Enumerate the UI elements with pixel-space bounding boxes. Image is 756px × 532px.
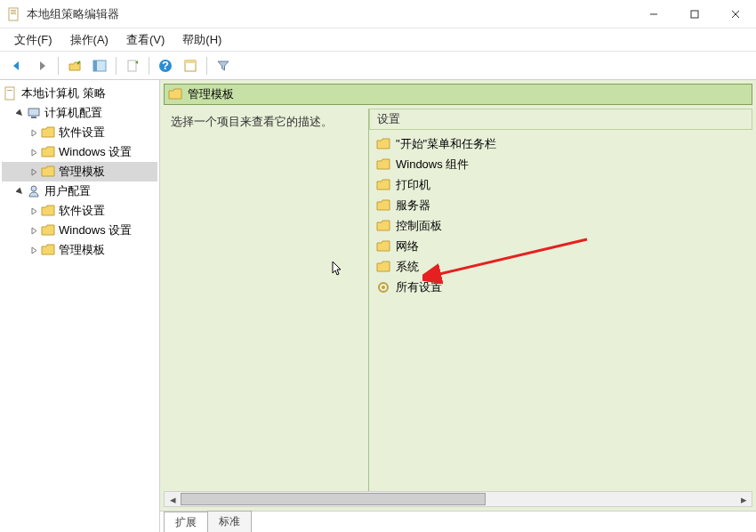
toolbar-separator — [206, 57, 207, 75]
folder-icon — [41, 204, 55, 218]
folder-icon — [41, 145, 55, 159]
tree-label: 管理模板 — [59, 164, 105, 180]
svg-rect-15 — [5, 87, 14, 100]
scroll-thumb[interactable] — [181, 493, 486, 505]
menu-help[interactable]: 帮助(H) — [173, 29, 230, 51]
help-button[interactable]: ? — [154, 54, 177, 77]
scroll-right-button[interactable]: ▸ — [736, 492, 752, 506]
toolbar: ? — [0, 52, 756, 80]
scroll-track[interactable] — [181, 492, 736, 506]
svg-rect-2 — [11, 12, 16, 12]
tab-extended[interactable]: 扩展 — [164, 512, 208, 532]
horizontal-scrollbar[interactable]: ◂ ▸ — [164, 491, 752, 507]
item-all-settings[interactable]: 所有设置 — [371, 277, 751, 297]
computer-icon — [27, 106, 41, 120]
item-label: 控制面板 — [396, 218, 442, 234]
filter-button[interactable] — [212, 54, 235, 77]
item-label: 网络 — [396, 238, 419, 254]
item-windows-components[interactable]: Windows 组件 — [371, 154, 751, 174]
tree-computer-config[interactable]: 计算机配置 — [2, 103, 157, 123]
expand-icon[interactable] — [28, 166, 39, 177]
app-icon — [7, 7, 21, 21]
tree-user-config[interactable]: 用户配置 — [2, 181, 157, 201]
tree-label: 计算机配置 — [44, 105, 102, 121]
tree-comp-windows[interactable]: Windows 设置 — [2, 142, 157, 162]
tree-user-software[interactable]: 软件设置 — [2, 201, 157, 221]
item-label: 系统 — [396, 259, 419, 275]
folder-icon — [376, 219, 390, 233]
expand-icon[interactable] — [28, 147, 39, 157]
window-title: 本地组策略编辑器 — [27, 6, 633, 22]
item-system[interactable]: 系统 — [371, 256, 751, 277]
expand-icon[interactable] — [28, 245, 39, 255]
folder-icon — [41, 243, 55, 257]
up-button[interactable] — [63, 54, 86, 77]
user-icon — [27, 184, 41, 198]
properties-button[interactable] — [179, 54, 202, 77]
folder-icon — [376, 239, 390, 254]
folder-icon — [41, 125, 55, 140]
folder-icon — [376, 178, 390, 192]
svg-rect-14 — [185, 60, 196, 63]
menubar: 文件(F) 操作(A) 查看(V) 帮助(H) — [0, 28, 756, 52]
item-printers[interactable]: 打印机 — [371, 174, 751, 195]
toolbar-separator — [58, 57, 59, 75]
toolbar-separator — [116, 57, 117, 75]
tree-pane[interactable]: 本地计算机 策略 计算机配置 软件设置 Windows 设置 管理模板 用户配置 — [0, 80, 160, 532]
tree-label: 软件设置 — [59, 203, 105, 219]
show-hide-tree-button[interactable] — [88, 54, 111, 77]
maximize-button[interactable] — [674, 0, 715, 28]
svg-point-21 — [382, 286, 385, 289]
item-network[interactable]: 网络 — [371, 236, 751, 256]
tree-comp-admin-templates[interactable]: 管理模板 — [2, 162, 157, 181]
svg-point-19 — [31, 186, 36, 191]
scroll-left-button[interactable]: ◂ — [165, 492, 181, 506]
expand-icon[interactable] — [28, 225, 39, 236]
settings-header[interactable]: 设置 — [369, 109, 752, 130]
minimize-button[interactable] — [633, 0, 674, 28]
tabs-bar: 扩展 标准 — [160, 511, 756, 532]
tree-root[interactable]: 本地计算机 策略 — [2, 84, 157, 103]
menu-action[interactable]: 操作(A) — [61, 29, 117, 51]
item-label: "开始"菜单和任务栏 — [396, 136, 496, 152]
tree-label: Windows 设置 — [59, 144, 132, 160]
svg-rect-10 — [128, 60, 136, 71]
item-server[interactable]: 服务器 — [371, 195, 751, 215]
tree-label: 用户配置 — [44, 183, 91, 199]
settings-column: 设置 "开始"菜单和任务栏 Windows 组件 打印机 服务器 控制面板 网络… — [368, 109, 752, 491]
item-control-panel[interactable]: 控制面板 — [371, 215, 751, 236]
svg-rect-18 — [31, 117, 36, 118]
cursor-icon — [332, 261, 344, 277]
tree-comp-software[interactable]: 软件设置 — [2, 123, 157, 142]
svg-rect-5 — [691, 11, 698, 18]
close-button[interactable] — [715, 0, 756, 28]
menu-view[interactable]: 查看(V) — [117, 29, 173, 51]
collapse-icon[interactable] — [14, 108, 25, 118]
tree-user-admin-templates[interactable]: 管理模板 — [2, 240, 157, 260]
svg-text:?: ? — [162, 59, 169, 72]
svg-rect-16 — [7, 90, 12, 91]
menu-file[interactable]: 文件(F) — [5, 29, 61, 51]
item-start-menu[interactable]: "开始"菜单和任务栏 — [371, 133, 751, 154]
path-label: 管理模板 — [188, 86, 234, 102]
svg-rect-1 — [11, 10, 16, 11]
tree-user-windows[interactable]: Windows 设置 — [2, 221, 157, 240]
tree-label: 管理模板 — [59, 242, 105, 258]
expand-icon[interactable] — [28, 206, 39, 216]
folder-icon — [41, 165, 55, 179]
content-pane: 管理模板 选择一个项目来查看它的描述。 设置 "开始"菜单和任务栏 Window… — [160, 80, 756, 532]
item-label: 打印机 — [396, 177, 430, 193]
tab-standard[interactable]: 标准 — [207, 511, 252, 532]
titlebar: 本地组策略编辑器 — [0, 0, 756, 28]
forward-button[interactable] — [30, 54, 53, 77]
description-column: 选择一个项目来查看它的描述。 — [164, 109, 368, 491]
collapse-icon[interactable] — [14, 186, 25, 197]
svg-rect-9 — [93, 60, 97, 71]
tree-label: 本地计算机 策略 — [21, 85, 106, 101]
settings-icon — [376, 280, 390, 294]
back-button[interactable] — [5, 54, 28, 77]
expand-icon[interactable] — [28, 127, 39, 138]
export-button[interactable] — [121, 54, 144, 77]
settings-list[interactable]: "开始"菜单和任务栏 Windows 组件 打印机 服务器 控制面板 网络 系统… — [369, 130, 752, 491]
folder-icon — [376, 198, 390, 213]
